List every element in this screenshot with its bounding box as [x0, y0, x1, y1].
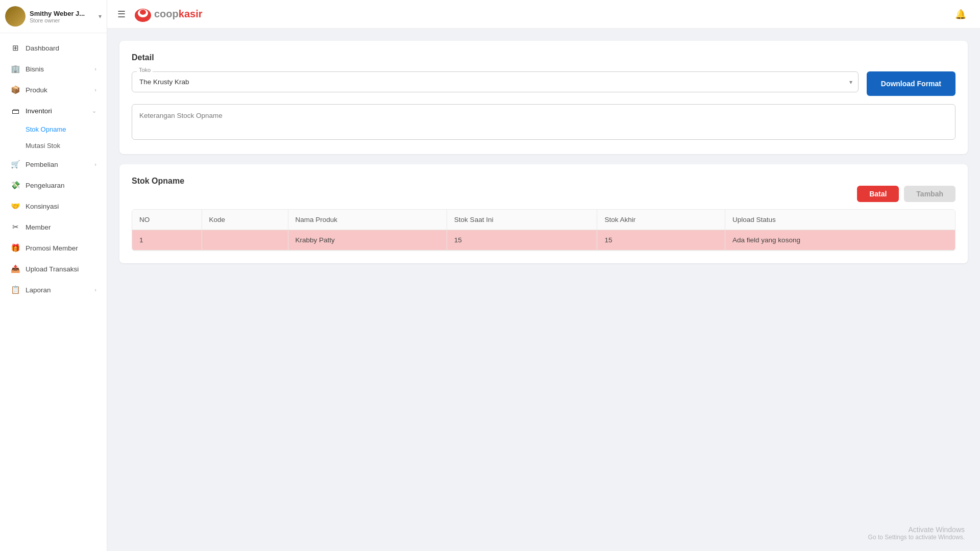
toko-field-group: Toko The Krusty Krab ▾ [132, 71, 859, 92]
stok-opname-table-container: NO Kode Nama Produk Stok Saat Ini Stok A… [132, 209, 955, 251]
tambah-button[interactable]: Tambah [904, 186, 955, 202]
sidebar-item-stok-opname[interactable]: Stok Opname [2, 121, 105, 137]
sidebar-item-member[interactable]: ✂ Member [2, 217, 105, 237]
logo-icon [134, 5, 152, 23]
sidebar-item-bisnis[interactable]: 🏢 Bisnis › [2, 59, 105, 79]
pengeluaran-icon: 💸 [10, 180, 20, 190]
col-stok-akhir: Stok Akhir [597, 210, 725, 230]
sidebar-item-label: Inventori [26, 107, 92, 115]
bisnis-icon: 🏢 [10, 64, 20, 74]
sidebar-item-inventori[interactable]: 🗃 Inventori ⌄ [2, 101, 105, 121]
logo-kasir-text: kasir [179, 8, 203, 20]
table-header: NO Kode Nama Produk Stok Saat Ini Stok A… [132, 210, 955, 230]
col-stok-saat-ini: Stok Saat Ini [447, 210, 597, 230]
logo: coopkasir [134, 5, 203, 23]
chevron-down-icon: ⌄ [92, 108, 96, 114]
keterangan-group [132, 104, 955, 142]
content-area: Detail Toko The Krusty Krab ▾ Download F… [107, 29, 980, 551]
table-body: 1 Krabby Patty 15 15 Ada field yang koso… [132, 230, 955, 251]
batal-button[interactable]: Batal [857, 186, 899, 202]
cell-stok-akhir: 15 [597, 230, 725, 251]
watermark-line1: Activate Windows [868, 525, 965, 534]
menu-icon[interactable]: ☰ [117, 9, 126, 20]
konsinyasi-icon: 🤝 [10, 201, 20, 211]
sidebar: Smithy Weber J... Store owner ▾ ⊞ Dashbo… [0, 0, 107, 551]
sidebar-item-dashboard[interactable]: ⊞ Dashboard [2, 38, 105, 58]
sidebar-item-produk[interactable]: 📦 Produk › [2, 80, 105, 100]
keterangan-textarea[interactable] [132, 104, 955, 140]
col-no: NO [132, 210, 202, 230]
sidebar-item-label: Pembelian [26, 161, 94, 168]
sidebar-item-mutasi-stok[interactable]: Mutasi Stok [2, 138, 105, 154]
promosi-member-icon: 🎁 [10, 243, 20, 253]
toko-select-wrapper: The Krusty Krab ▾ [132, 71, 859, 92]
sidebar-item-label: Laporan [26, 286, 94, 294]
sidebar-sub-label: Mutasi Stok [26, 142, 60, 149]
detail-card: Detail Toko The Krusty Krab ▾ Download F… [119, 41, 968, 154]
sidebar-item-pembelian[interactable]: 🛒 Pembelian › [2, 154, 105, 174]
toko-select[interactable]: The Krusty Krab [132, 71, 859, 92]
sidebar-item-upload-transaksi[interactable]: 📤 Upload Transaksi [2, 259, 105, 279]
sidebar-item-laporan[interactable]: 📋 Laporan › [2, 280, 105, 300]
sidebar-item-label: Promosi Member [26, 244, 96, 252]
windows-watermark: Activate Windows Go to Settings to activ… [868, 525, 965, 541]
notification-bell-icon[interactable]: 🔔 [951, 5, 970, 23]
chevron-down-icon: ▾ [99, 13, 102, 20]
chevron-right-icon: › [94, 87, 96, 93]
download-format-button[interactable]: Download Format [867, 71, 955, 96]
sidebar-item-label: Dashboard [26, 44, 96, 52]
cell-nama-produk: Krabby Patty [288, 230, 447, 251]
member-icon: ✂ [10, 222, 20, 232]
sidebar-item-label: Produk [26, 86, 94, 94]
cell-kode [202, 230, 288, 251]
chevron-right-icon: › [94, 161, 96, 167]
toko-label: Toko [137, 67, 153, 73]
profile-info: Smithy Weber J... Store owner [30, 10, 99, 23]
cell-stok-saat-ini: 15 [447, 230, 597, 251]
dashboard-icon: ⊞ [10, 43, 20, 53]
sidebar-item-promosi-member[interactable]: 🎁 Promosi Member [2, 238, 105, 258]
sidebar-item-pengeluaran[interactable]: 💸 Pengeluaran [2, 175, 105, 195]
col-nama-produk: Nama Produk [288, 210, 447, 230]
cell-no: 1 [132, 230, 202, 251]
col-kode: Kode [202, 210, 288, 230]
avatar [5, 6, 26, 27]
logo-coop-text: coop [154, 8, 179, 20]
chevron-right-icon: › [94, 287, 96, 293]
stok-opname-card: Stok Opname Batal Tambah NO Kode Nama Pr… [119, 164, 968, 263]
col-upload-status: Upload Status [725, 210, 955, 230]
sidebar-sub-label: Stok Opname [26, 126, 66, 133]
watermark-line2: Go to Settings to activate Windows. [868, 534, 965, 541]
stok-opname-table: NO Kode Nama Produk Stok Saat Ini Stok A… [132, 210, 955, 251]
topbar: ☰ coopkasir 🔔 [107, 0, 980, 29]
inventori-icon: 🗃 [10, 106, 20, 116]
sidebar-item-label: Upload Transaksi [26, 265, 96, 273]
detail-title: Detail [132, 53, 955, 62]
produk-icon: 📦 [10, 85, 20, 95]
upload-transaksi-icon: 📤 [10, 264, 20, 274]
cell-upload-status: Ada field yang kosong [725, 230, 955, 251]
sidebar-item-label: Bisnis [26, 65, 94, 73]
profile-role: Store owner [30, 17, 99, 23]
sidebar-item-label: Member [26, 223, 96, 231]
sidebar-profile[interactable]: Smithy Weber J... Store owner ▾ [0, 0, 107, 33]
main-area: ☰ coopkasir 🔔 Detail Toko T [107, 0, 980, 551]
table-row: 1 Krabby Patty 15 15 Ada field yang koso… [132, 230, 955, 251]
chevron-right-icon: › [94, 66, 96, 72]
stok-opname-title: Stok Opname [132, 177, 955, 186]
action-buttons-row: Batal Tambah [132, 186, 955, 202]
sidebar-nav: ⊞ Dashboard 🏢 Bisnis › 📦 Produk › 🗃 Inve… [0, 33, 107, 551]
svg-point-2 [140, 10, 146, 15]
sidebar-item-label: Pengeluaran [26, 182, 96, 189]
profile-name: Smithy Weber J... [30, 10, 91, 17]
sidebar-item-label: Konsinyasi [26, 203, 96, 210]
laporan-icon: 📋 [10, 285, 20, 295]
pembelian-icon: 🛒 [10, 159, 20, 169]
detail-toko-row: Toko The Krusty Krab ▾ Download Format [132, 71, 955, 96]
sidebar-item-konsinyasi[interactable]: 🤝 Konsinyasi [2, 196, 105, 216]
